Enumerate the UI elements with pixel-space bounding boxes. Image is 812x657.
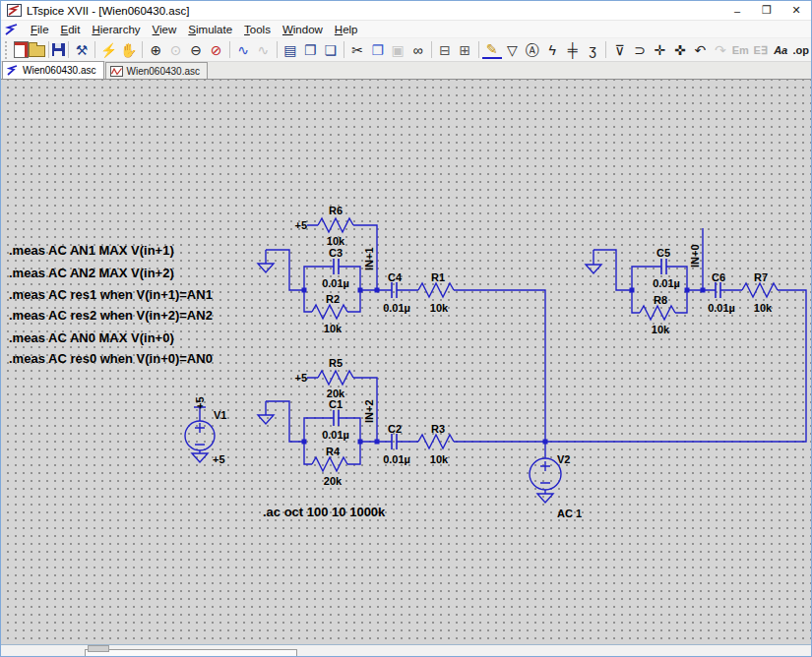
component-value: 10k [754, 302, 773, 314]
toolbar-separator [68, 41, 69, 58]
find-icon[interactable]: ∞ [407, 40, 427, 60]
component-name: C1 [329, 398, 343, 410]
tab-label: Wien060430.asc [23, 65, 96, 76]
meas-directive: .meas AC AN0 MAX V(in+0) [9, 330, 174, 345]
cut-icon[interactable]: ✂ [347, 40, 367, 60]
place-resistor-icon[interactable]: ϟ [542, 40, 562, 60]
edit-e3-icon: E∃ [751, 40, 771, 60]
net-label-plus5: +5 [294, 372, 307, 384]
capacitor-C4[interactable]: C4 0.01µ [383, 271, 410, 314]
draw-wire-icon[interactable]: ✎ [482, 41, 502, 59]
voltage-source-V2[interactable]: V2 AC 1 [530, 453, 582, 519]
place-inductor-icon[interactable]: ʒ [583, 40, 602, 60]
ac-directive: .ac oct 100 10 1000k [263, 505, 386, 519]
toolbar-separator [48, 41, 49, 58]
status-bar [1, 644, 811, 657]
component-name: R7 [754, 271, 768, 283]
menu-view[interactable]: View [147, 23, 183, 36]
place-capacitor-icon[interactable]: ╪ [562, 40, 582, 60]
child-window-icon [5, 24, 19, 35]
open-file-icon[interactable] [29, 45, 46, 57]
toolbar: ⚒⚡✋⊕⊙⊖⊘∿∿▤❐❏✂❐▣∞⊟⊞✎▽Ⓐϟ╪ʒ⊽⊃✛✜↶↷EmE∃Aa.op [1, 38, 811, 62]
component-value: 0.01µ [708, 302, 735, 314]
maximize-button[interactable]: ❒ [752, 1, 781, 20]
close-button[interactable]: ✕ [781, 1, 811, 20]
schematic-canvas[interactable]: R6 10k R2 10k R5 20k R4 20k R1 10k [1, 80, 811, 644]
capacitor-C6[interactable]: C6 0.01µ [708, 271, 735, 314]
component-name: R8 [654, 294, 667, 306]
meas-directive: .meas AC AN1 MAX V(in+1) [9, 243, 174, 258]
copy-icon[interactable]: ❐ [367, 40, 387, 60]
menu-file[interactable]: File [25, 23, 55, 36]
net-label-plus5: +5 [294, 219, 307, 231]
status-popup-frame [85, 649, 297, 657]
meas-directive: .meas AC AN2 MAX V(in+2) [9, 266, 174, 280]
menu-help[interactable]: Help [329, 23, 364, 36]
capacitor-C1[interactable]: C1 0.01µ [322, 398, 349, 441]
component-name: C5 [656, 247, 670, 259]
menu-simulate[interactable]: Simulate [182, 23, 238, 36]
undo-icon[interactable]: ↶ [690, 40, 710, 60]
tile-windows-icon[interactable]: ▤ [281, 40, 300, 60]
tab-schematic[interactable]: Wien060430.asc [2, 61, 104, 79]
resistor-R8[interactable]: R8 10k [640, 294, 675, 335]
place-component-icon[interactable]: ⊃ [630, 40, 650, 60]
menu-hierarchy[interactable]: Hierarchy [86, 23, 146, 36]
voltage-source-V1[interactable]: V1 +5 [185, 409, 226, 465]
new-schematic-icon[interactable] [14, 41, 29, 58]
resistor-R6[interactable]: R6 10k [318, 205, 353, 247]
node-dots [302, 288, 706, 445]
resistor-R1[interactable]: R1 10k [418, 271, 454, 314]
resistor-R4[interactable]: R4 20k [312, 446, 347, 487]
component-value: 10k [324, 323, 343, 334]
toolbar-separator [478, 41, 479, 58]
component-name: C4 [388, 271, 403, 283]
zoom-out-icon[interactable]: ⊖ [186, 40, 206, 60]
capacitor-C5[interactable]: C5 0.01µ [653, 247, 680, 289]
place-ground-icon[interactable]: ▽ [502, 40, 522, 60]
run-simulation-icon[interactable]: ⚡ [98, 40, 118, 60]
schematic-tab-icon [7, 65, 19, 76]
move-icon[interactable]: ✛ [650, 40, 669, 60]
component-name: C3 [329, 247, 343, 259]
minimize-button[interactable]: – [722, 1, 752, 20]
print-icon[interactable]: ⊟ [435, 40, 455, 60]
resistor-R7[interactable]: R7 10k [742, 271, 778, 314]
toolbar-separator [605, 41, 606, 58]
plot-settings-icon[interactable]: ∿ [233, 40, 253, 60]
save-icon[interactable] [52, 43, 65, 56]
schematic: R6 10k R2 10k R5 20k R4 20k R1 10k [1, 80, 811, 644]
control-panel-icon[interactable]: ⚒ [72, 40, 92, 60]
place-diode-icon[interactable]: ⊽ [609, 40, 629, 60]
cascade-windows-icon[interactable]: ❐ [300, 40, 320, 60]
drag-icon[interactable]: ✜ [670, 40, 690, 60]
wires[interactable] [194, 225, 806, 494]
resistor-R5[interactable]: R5 20k [318, 357, 353, 399]
place-net-label-icon[interactable]: Ⓐ [523, 40, 542, 60]
capacitor-C3[interactable]: C3 0.01µ [322, 247, 349, 289]
print-preview-icon[interactable]: ⊞ [455, 40, 474, 60]
tab-label: Wien060430.asc [127, 66, 201, 77]
component-value: 20k [324, 475, 343, 487]
component-name: R2 [326, 293, 340, 305]
cascade-new-window-icon[interactable]: ❏ [321, 40, 341, 60]
menu-window[interactable]: Window [277, 23, 329, 36]
resistor-R2[interactable]: R2 10k [312, 293, 347, 334]
meas-directive: .meas AC res0 when V(in+0)=AN0 [9, 351, 213, 366]
zoom-full-extents-icon[interactable]: ⊘ [206, 40, 225, 60]
meas-directive: .meas AC res2 when V(in+2)=AN2 [9, 308, 213, 323]
toolbar-separator [142, 41, 143, 58]
tab-waveform[interactable]: Wien060430.asc [105, 62, 209, 79]
add-text-icon[interactable]: Aa [771, 40, 790, 60]
zoom-in-icon[interactable]: ⊕ [146, 40, 165, 60]
capacitor-C2[interactable]: C2 0.01µ [383, 423, 410, 465]
ltspice-window: LTspice XVII - [Wien060430.asc] – ❒ ✕ Fi… [0, 0, 812, 657]
spice-directive-icon[interactable]: .op [790, 40, 810, 60]
component-name: V1 [214, 409, 226, 421]
menu-tools[interactable]: Tools [238, 23, 277, 36]
menu-edit[interactable]: Edit [55, 23, 87, 36]
component-value: 10k [652, 324, 670, 335]
toolbar-separator [277, 41, 278, 58]
tab-bar: Wien060430.asc Wien060430.asc [1, 62, 811, 80]
resistor-R3[interactable]: R3 10k [418, 423, 454, 465]
